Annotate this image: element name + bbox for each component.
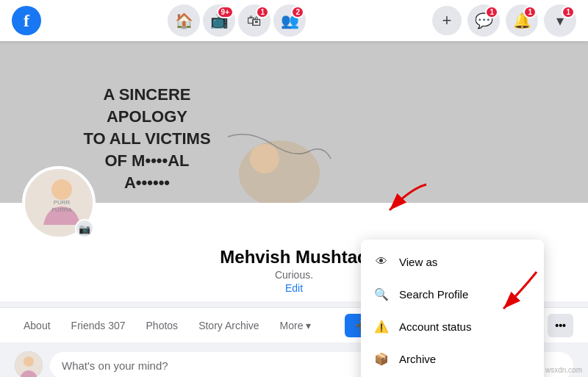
account-status-label: Account status bbox=[399, 320, 471, 333]
svg-text:PURR: PURR bbox=[54, 199, 71, 206]
svg-text:FURRA: FURRA bbox=[51, 207, 72, 213]
store-nav-btn[interactable]: 🛍 1 bbox=[238, 4, 270, 37]
tab-story-archive[interactable]: Story Archive bbox=[190, 314, 268, 337]
messenger-badge: 1 bbox=[485, 6, 498, 18]
change-avatar-button[interactable]: 📷 bbox=[75, 219, 94, 238]
video-nav-btn[interactable]: 📺 9+ bbox=[203, 4, 235, 37]
ellipsis-icon: ••• bbox=[555, 320, 566, 331]
dropdown-item-account-status[interactable]: ⚠️ Account status bbox=[361, 310, 544, 342]
friends-nav-btn[interactable]: 👥 2 bbox=[273, 4, 306, 37]
main-content: A SINCERE APOLOGY TO ALL VICTIMS OF M•••… bbox=[0, 41, 588, 377]
archive-label: Archive bbox=[399, 353, 436, 365]
warning-icon: ⚠️ bbox=[373, 317, 390, 335]
archive-icon: 📦 bbox=[373, 350, 390, 367]
view-as-label: View as bbox=[399, 256, 437, 268]
svg-text:A SINCERE: A SINCERE bbox=[104, 85, 191, 104]
tab-friends[interactable]: Friends 307 bbox=[62, 314, 135, 337]
nav-left: f bbox=[12, 6, 41, 35]
feed-avatar-svg bbox=[15, 351, 43, 377]
svg-text:A••••••: A•••••• bbox=[124, 173, 170, 192]
dropdown-item-archive[interactable]: 📦 Archive bbox=[361, 342, 544, 375]
notifications-badge: 1 bbox=[523, 6, 537, 18]
account-nav-btn[interactable]: ▾ 1 bbox=[544, 4, 576, 37]
profile-avatar-wrapper: PURR FURRA 📷 bbox=[22, 166, 96, 240]
svg-text:TO ALL VICTIMS: TO ALL VICTIMS bbox=[83, 129, 210, 148]
watermark: wsxdn.com bbox=[545, 366, 582, 374]
friends-badge: 2 bbox=[291, 6, 304, 18]
svg-text:f: f bbox=[24, 11, 30, 30]
more-options-button[interactable]: ••• bbox=[548, 314, 573, 337]
plus-icon: + bbox=[442, 11, 452, 30]
create-button[interactable]: + bbox=[432, 6, 462, 35]
nav-center-icons: 🏠 📺 9+ 🛍 1 👥 2 bbox=[168, 4, 306, 37]
home-icon: 🏠 bbox=[175, 12, 193, 29]
nav-right-icons: + 💬 1 🔔 1 ▾ 1 bbox=[432, 4, 576, 37]
dropdown-item-view-as[interactable]: 👁 View as bbox=[361, 245, 544, 278]
camera-icon: 📷 bbox=[79, 223, 90, 234]
facebook-logo-icon: f bbox=[12, 6, 41, 35]
video-badge: 9+ bbox=[217, 6, 234, 18]
search-profile-label: Search Profile bbox=[399, 288, 468, 301]
home-nav-btn[interactable]: 🏠 bbox=[168, 4, 200, 37]
account-badge: 1 bbox=[562, 6, 575, 18]
messenger-nav-btn[interactable]: 💬 1 bbox=[467, 4, 500, 37]
feed-user-avatar bbox=[15, 351, 43, 377]
top-navigation: f 🏠 📺 9+ 🛍 1 👥 2 + 💬 1 🔔 1 bbox=[0, 0, 588, 41]
eye-icon: 👁 bbox=[373, 253, 390, 270]
svg-text:OF M••••AL: OF M••••AL bbox=[104, 151, 189, 170]
svg-point-12 bbox=[51, 179, 72, 200]
search-icon: 🔍 bbox=[373, 285, 390, 303]
dropdown-menu: 👁 View as 🔍 Search Profile ⚠️ Account st… bbox=[361, 240, 544, 377]
svg-point-16 bbox=[24, 356, 34, 367]
dropdown-item-search-profile[interactable]: 🔍 Search Profile bbox=[361, 278, 544, 310]
tab-about[interactable]: About bbox=[15, 314, 60, 337]
tab-photos[interactable]: Photos bbox=[137, 314, 187, 337]
store-badge: 1 bbox=[256, 6, 269, 18]
svg-text:APOLOGY: APOLOGY bbox=[107, 107, 187, 126]
svg-point-10 bbox=[250, 144, 279, 173]
tab-more[interactable]: More ▾ bbox=[271, 314, 320, 337]
notifications-nav-btn[interactable]: 🔔 1 bbox=[506, 4, 538, 37]
